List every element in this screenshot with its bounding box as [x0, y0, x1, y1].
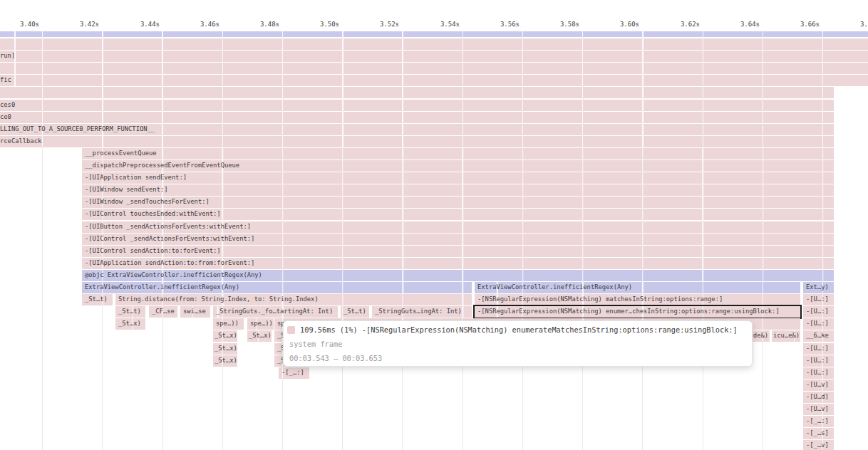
- flame-bar[interactable]: [0, 38, 868, 50]
- flame-bar[interactable]: -[U…:]: [803, 343, 834, 355]
- time-tick-label: 3.66s: [798, 21, 820, 28]
- time-tick-label: 3.60s: [618, 21, 639, 28]
- flame-chart: 3.40s3.42s3.44s3.46s3.48s3.50s3.52s3.54s…: [0, 0, 868, 450]
- flame-bar[interactable]: -[U…:]: [803, 306, 834, 318]
- flame-bar-tail-label: de&): [753, 330, 768, 342]
- flame-bar[interactable]: [0, 63, 868, 74]
- flame-bar[interactable]: ce0: [0, 112, 834, 123]
- tooltip-frame-type: system frame: [287, 337, 743, 351]
- time-tick-label: 3.44s: [138, 21, 160, 28]
- flame-bar[interactable]: -[U…:]: [803, 318, 834, 330]
- flame-bar[interactable]: swi…se: [180, 306, 210, 318]
- flame-bar[interactable]: _St…x): [213, 330, 237, 342]
- flame-bar[interactable]: -[UIWindow sendEvent:]: [82, 184, 834, 196]
- time-tick-label: 3.68s: [858, 21, 868, 28]
- flame-bar[interactable]: fic: [0, 75, 868, 86]
- flame-bar[interactable]: -[UIApplication sendAction:to:from:forEv…: [82, 258, 834, 269]
- time-tick-label: 3.58s: [558, 21, 579, 28]
- flame-bar[interactable]: -[U…d]: [803, 392, 834, 403]
- flame-bar[interactable]: -[_…:]: [803, 416, 834, 427]
- flame-bar[interactable]: rceCallback: [0, 136, 834, 147]
- flame-bar[interactable]: __6…ke: [803, 330, 834, 342]
- flame-bar[interactable]: -[UIControl touchesEnded:withEvent:]: [82, 209, 834, 220]
- flame-bar[interactable]: -[UIControl _sendActionsForEvents:withEv…: [82, 234, 834, 245]
- time-tick-label: 3.62s: [678, 21, 700, 28]
- flame-bar[interactable]: _St…t): [82, 294, 113, 305]
- flame-bar[interactable]: _St…x): [213, 343, 237, 355]
- time-tick-label: 3.56s: [498, 21, 520, 28]
- flame-bar[interactable]: -[UIButton _sendActionsForEvents:withEve…: [82, 221, 834, 233]
- flame-bar[interactable]: String.distance(from: String.Index, to: …: [115, 294, 472, 305]
- flame-bar[interactable]: LLING_OUT_TO_A_SOURCE0_PERFORM_FUNCTION_…: [0, 124, 834, 135]
- flame-bar[interactable]: -[_…s]: [803, 428, 834, 439]
- flame-bar[interactable]: -[U…:]: [803, 294, 834, 305]
- time-tick-label: 3.46s: [198, 21, 219, 28]
- flame-bar[interactable]: _St…t): [115, 306, 145, 318]
- flame-bar[interactable]: ces0: [0, 100, 834, 111]
- tooltip: 109.56ms (1%) -[NSRegularExpression(NSMa…: [283, 320, 753, 367]
- flame-bar[interactable]: -[UIApplication sendEvent:]: [82, 172, 834, 184]
- flame-bar[interactable]: Ext…y): [803, 282, 834, 293]
- flame-bar[interactable]: -[_…v]: [803, 440, 834, 450]
- flame-bar[interactable]: ExtraViewController.inefficientRegex(Any…: [82, 282, 472, 293]
- flame-bar[interactable]: [0, 31, 868, 37]
- tooltip-title-line: 109.56ms (1%) -[NSRegularExpression(NSMa…: [287, 323, 743, 337]
- flame-bar[interactable]: _St…x): [213, 355, 237, 367]
- flame-bar[interactable]: _CF…se: [149, 306, 177, 318]
- flame-bar[interactable]: -[U…v]: [803, 380, 834, 391]
- flame-bar[interactable]: spe…)): [247, 318, 274, 330]
- tooltip-time-range: 00:03.543 — 00:03.653: [287, 351, 743, 365]
- tooltip-duration: 109.56ms: [300, 325, 336, 334]
- flame-bar[interactable]: _St…x): [115, 318, 145, 330]
- flame-bar[interactable]: _StringGuts…ingAt: Int): [372, 306, 472, 318]
- flame-bar[interactable]: @objc ExtraViewController.inefficientReg…: [82, 270, 834, 281]
- flame-bar[interactable]: icu…e&): [772, 330, 800, 342]
- flame-bar[interactable]: -[U…v]: [803, 404, 834, 415]
- flame-bar[interactable]: -[_…:]: [279, 367, 309, 379]
- flame-bar[interactable]: -[NSRegularExpression(NSMatching) matche…: [475, 294, 800, 305]
- time-tick-label: 3.64s: [738, 21, 760, 28]
- flame-bar[interactable]: [0, 87, 834, 98]
- flame-bar[interactable]: -[U…:]: [803, 367, 834, 379]
- time-tick-label: 3.40s: [18, 21, 39, 28]
- flame-bar[interactable]: run]: [0, 51, 868, 62]
- time-tick-label: 3.52s: [378, 21, 399, 28]
- flame-bar-selected[interactable]: -[NSRegularExpression(NSMatching) enumer…: [475, 306, 800, 318]
- tooltip-color-swatch: [287, 326, 295, 334]
- flame-bar[interactable]: -[UIWindow _sendTouchesForEvent:]: [82, 197, 834, 208]
- flame-bar[interactable]: _StringGuts._fo…tartingAt: Int): [213, 306, 338, 318]
- flame-bar[interactable]: _St…x): [247, 330, 272, 342]
- flame-bar[interactable]: __dispatchPreprocessedEventFromEventQueu…: [82, 160, 834, 172]
- flame-bar[interactable]: -[UIControl sendAction:to:forEvent:]: [82, 246, 834, 257]
- flame-bar[interactable]: -[U…:]: [803, 355, 834, 367]
- tooltip-symbol: -[NSRegularExpression(NSMatching) enumer…: [362, 325, 738, 334]
- flame-bar[interactable]: __processEventQueue: [82, 148, 834, 159]
- time-tick-label: 3.42s: [78, 21, 99, 28]
- flame-bar[interactable]: ExtraViewController.inefficientRegex(Any…: [475, 282, 800, 293]
- time-tick-label: 3.54s: [438, 21, 460, 28]
- time-tick-label: 3.50s: [318, 21, 339, 28]
- tooltip-percent: (1%): [340, 325, 358, 334]
- time-tick-label: 3.48s: [258, 21, 279, 28]
- flame-bar[interactable]: _St…t): [341, 306, 369, 318]
- flame-bar[interactable]: spe…)): [213, 318, 244, 330]
